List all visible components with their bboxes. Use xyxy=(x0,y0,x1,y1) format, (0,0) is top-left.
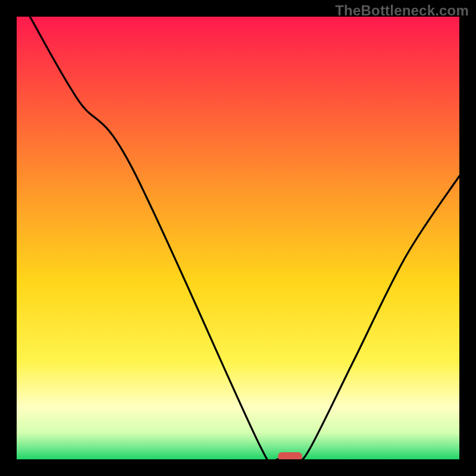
chart-frame: TheBottleneck.com xyxy=(0,0,476,476)
bottleneck-curve xyxy=(17,17,459,459)
optimal-marker xyxy=(278,452,302,459)
watermark-text: TheBottleneck.com xyxy=(335,2,469,19)
plot-area xyxy=(17,17,459,459)
